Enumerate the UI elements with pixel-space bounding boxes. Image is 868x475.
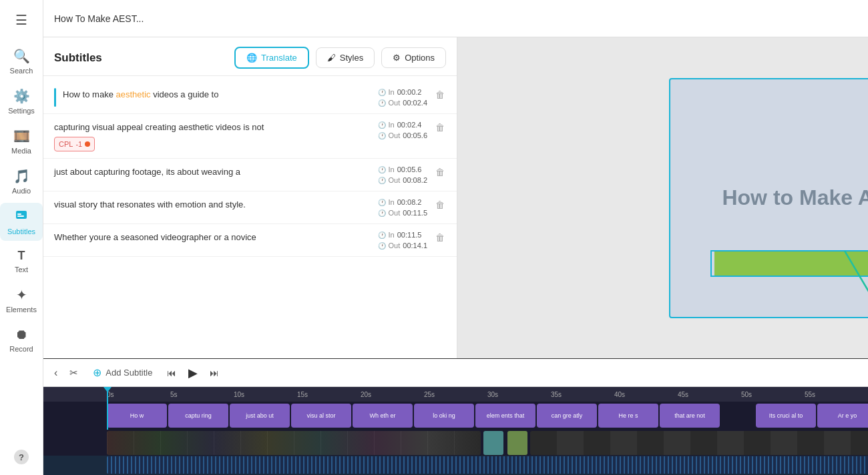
clock-in-icon-4: 🕐: [378, 199, 386, 206]
clip-how[interactable]: Ho w: [107, 404, 167, 428]
clock-in-icon-5: 🕐: [378, 231, 386, 239]
ruler-20s: 20s: [361, 391, 424, 398]
ruler-15s: 15s: [297, 391, 361, 398]
delete-button-5[interactable]: 🗑: [434, 231, 446, 244]
clock-out-icon-5: 🕐: [378, 242, 386, 250]
sidebar-label-audio: Audio: [12, 187, 31, 195]
video-clip-main[interactable]: [107, 431, 481, 455]
sidebar-item-audio[interactable]: 🎵 Audio: [0, 163, 43, 200]
options-tab[interactable]: ⚙ Options: [381, 47, 446, 68]
sidebar-item-text[interactable]: T Text: [0, 244, 43, 279]
subtitle-text-2[interactable]: capturing visual appeal creating aesthet…: [54, 121, 371, 151]
fast-forward-button[interactable]: ⏭: [207, 365, 222, 381]
clip-that[interactable]: that are not: [660, 404, 720, 428]
sidebar-label-subtitles: Subtitles: [7, 227, 35, 235]
elements-icon: ✦: [16, 287, 27, 303]
scissors-button[interactable]: ✂: [67, 364, 81, 382]
clip-visual[interactable]: visu al stor: [291, 404, 351, 428]
time-info-1: 🕐 In 00:00.2 🕐 Out 00:02.4: [378, 88, 427, 107]
subtitles-panel-title: Subtitles: [54, 51, 102, 65]
clock-out-icon-3: 🕐: [378, 177, 386, 184]
clip-here[interactable]: He re s: [598, 404, 658, 428]
delete-button-4[interactable]: 🗑: [434, 198, 446, 211]
subtitles-icon: [15, 208, 28, 225]
clip-are[interactable]: Ar e yo: [817, 404, 868, 428]
rewind-button[interactable]: ⏮: [164, 365, 179, 381]
time-in-3: 00:05.6: [397, 165, 422, 173]
subtitle-item-1: How to make aesthetic videos a guide to …: [43, 81, 457, 114]
clip-its[interactable]: Its cruci al to: [756, 404, 816, 428]
translate-tab[interactable]: 🌐 Translate: [234, 47, 309, 69]
ruler-40s: 40s: [614, 391, 678, 398]
sidebar-item-record[interactable]: ⏺ Record: [0, 322, 43, 358]
play-button[interactable]: ▶: [186, 363, 200, 383]
time-in-4: 00:08.2: [397, 198, 422, 206]
sidebar-item-elements[interactable]: ✦ Elements: [0, 282, 43, 319]
video-clip-2[interactable]: [483, 431, 503, 455]
svg-rect-2: [17, 215, 24, 217]
timeline-ruler: 0s 5s 10s 15s 20s 25s 30s 35s 40s 45s 50…: [43, 387, 868, 401]
ruler-35s: 35s: [551, 391, 614, 398]
subtitles-list: How to make aesthetic videos a guide to …: [43, 76, 457, 358]
subtitle-text-3[interactable]: just about capturing footage, its about …: [54, 165, 371, 179]
content-row: Subtitles 🌐 Translate 🖌 Styles ⚙ Options: [43, 37, 868, 358]
clip-looking[interactable]: lo oki ng: [414, 404, 474, 428]
sidebar-item-subtitles[interactable]: Subtitles: [0, 203, 43, 241]
styles-tab[interactable]: 🖌 Styles: [316, 47, 375, 68]
clip-capturing[interactable]: captu ring: [168, 404, 228, 428]
ruler-55s: 55s: [805, 391, 868, 398]
delete-button-1[interactable]: 🗑: [434, 88, 446, 101]
time-in-1: 00:00.2: [397, 88, 422, 96]
clip-whether[interactable]: Wh eth er: [353, 404, 413, 428]
sidebar-item-help[interactable]: ?: [0, 444, 43, 470]
hamburger-menu[interactable]: ☰: [9, 5, 34, 35]
preview-text-box[interactable]: [710, 250, 869, 277]
cpl-label: CPL: [59, 139, 73, 150]
prev-subtitle-button[interactable]: ‹: [51, 364, 60, 382]
ruler-5s: 5s: [170, 391, 234, 398]
clock-in-icon-2: 🕐: [378, 121, 386, 129]
record-icon: ⏺: [15, 327, 28, 342]
plus-circle-icon: ⊕: [93, 366, 101, 379]
subtitle-text-4[interactable]: visual story that resonates with emotion…: [54, 198, 371, 211]
add-subtitle-button[interactable]: ⊕ Add Subtitle: [87, 364, 158, 382]
video-track: [43, 430, 868, 456]
clip-elements[interactable]: elem ents that: [475, 404, 535, 428]
ruler-50s: 50s: [741, 391, 805, 398]
options-icon: ⚙: [393, 53, 401, 63]
add-subtitle-label: Add Subtitle: [105, 368, 152, 378]
subtitle-item-2: capturing visual appeal creating aesthet…: [43, 114, 457, 159]
time-info-3: 🕐 In 00:05.6 🕐 Out 00:08.2: [378, 165, 427, 184]
clip-just[interactable]: just abo ut: [230, 404, 290, 428]
svg-rect-1: [17, 213, 21, 215]
ruler-30s: 30s: [487, 391, 551, 398]
search-icon: 🔍: [13, 48, 30, 64]
time-info-4: 🕐 In 00:08.2 🕐 Out 00:11.5: [378, 198, 427, 217]
playhead-ruler: [107, 387, 108, 401]
clip-can[interactable]: can gre atly: [537, 404, 597, 428]
sidebar-label-settings: Settings: [8, 107, 35, 115]
clock-in-icon-3: 🕐: [378, 166, 386, 173]
delete-button-3[interactable]: 🗑: [434, 165, 446, 179]
subtitle-track: Ho w captu ring just abo ut visu al stor…: [43, 402, 868, 430]
subtitle-text-5[interactable]: Whether youre a seasoned videographer or…: [54, 231, 371, 244]
ruler-45s: 45s: [678, 391, 741, 398]
svg-rect-0: [16, 211, 27, 219]
time-in-5: 00:11.5: [397, 231, 422, 239]
help-icon: ?: [14, 450, 29, 464]
sidebar-item-settings[interactable]: ⚙️ Settings: [0, 83, 43, 120]
sidebar-item-search[interactable]: 🔍 Search: [0, 43, 43, 80]
subtitle-text-1[interactable]: How to make aesthetic videos a guide to: [63, 88, 371, 101]
sidebar-item-media[interactable]: 🎞️ Media: [0, 123, 43, 160]
video-clip-3[interactable]: [507, 431, 527, 455]
video-preview: How to Make Aesthetic Videos?: [669, 78, 869, 318]
time-out-2: 00:05.6: [403, 131, 427, 139]
cpl-badge: CPL -1: [54, 137, 95, 152]
video-title: How To Make AEST...: [54, 13, 868, 24]
delete-button-2[interactable]: 🗑: [434, 121, 446, 134]
subtitle-item-3: just about capturing footage, its about …: [43, 159, 457, 191]
styles-icon: 🖌: [327, 53, 336, 63]
ruler-marks: 0s 5s 10s 15s 20s 25s 30s 35s 40s 45s 50…: [107, 391, 868, 398]
video-clip-rest[interactable]: [530, 431, 868, 455]
timeline-area: ‹ ✂ ⊕ Add Subtitle ⏮ ▶ ⏭ 00:00.2 / 03:19…: [43, 358, 868, 475]
